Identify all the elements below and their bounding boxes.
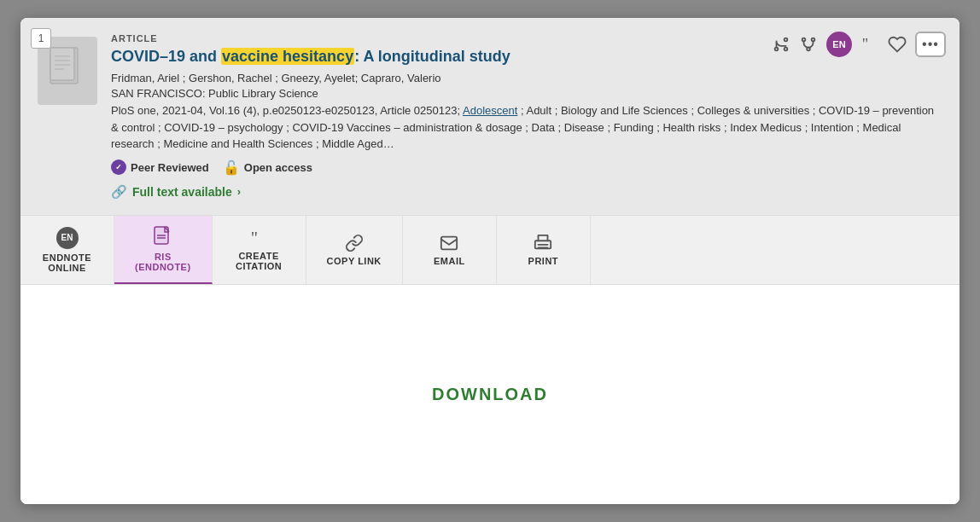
- tab-create-citation-label: CREATECITATION: [236, 251, 282, 271]
- svg-rect-17: [441, 237, 457, 250]
- title-plain: COVID–19 and: [111, 48, 221, 65]
- svg-point-1: [785, 38, 788, 42]
- ris-endnote-icon: [154, 226, 172, 248]
- article-content: ARTICLE COVID–19 and vaccine hesitancy: …: [38, 33, 942, 200]
- article-card: 1 EN: [20, 18, 960, 504]
- tab-ris-endnote[interactable]: RIS(ENDNOTE): [114, 216, 213, 284]
- tab-copy-link-label: COPY LINK: [327, 256, 382, 266]
- print-icon: [534, 234, 552, 252]
- branch-icon[interactable]: [799, 35, 818, 54]
- tab-create-citation[interactable]: " CREATECITATION: [213, 216, 306, 284]
- tab-print-label: PRINT: [528, 256, 559, 266]
- open-access-badge: 🔓 Open access: [223, 160, 312, 176]
- quote-toolbar-icon[interactable]: ": [860, 35, 879, 54]
- create-citation-icon: ": [249, 229, 268, 247]
- article-meta: ARTICLE COVID–19 and vaccine hesitancy: …: [111, 33, 942, 200]
- article-publisher: SAN FRANCISCO: Public Library Science: [111, 87, 942, 100]
- document-icon: [49, 46, 86, 96]
- article-top-section: 1 EN: [20, 18, 960, 215]
- fulltext-label: Full text available: [132, 185, 232, 199]
- open-access-label: Open access: [244, 161, 312, 174]
- svg-point-2: [785, 48, 788, 51]
- copy-link-icon: [345, 234, 364, 252]
- email-icon: [440, 234, 458, 252]
- adolescent-tag-link[interactable]: Adolescent: [463, 104, 517, 117]
- tab-email[interactable]: EMAIL: [403, 216, 497, 284]
- peer-reviewed-label: Peer Reviewed: [131, 161, 209, 174]
- endnote-online-icon: EN: [56, 227, 79, 249]
- download-button[interactable]: DOWNLOAD: [432, 385, 548, 404]
- tab-email-label: EMAIL: [434, 256, 465, 266]
- tab-endnote-online-label: ENDNOTEONLINE: [43, 252, 91, 273]
- tab-print[interactable]: PRINT: [497, 216, 591, 284]
- peer-reviewed-badge: ✓ Peer Reviewed: [111, 160, 209, 175]
- svg-text:": ": [862, 36, 868, 53]
- top-toolbar: EN " •••: [772, 32, 946, 57]
- fork-icon[interactable]: [772, 35, 790, 54]
- tab-endnote-online[interactable]: EN ENDNOTEONLINE: [20, 216, 114, 284]
- heart-toolbar-icon[interactable]: [888, 35, 907, 54]
- tab-ris-label: RIS(ENDNOTE): [135, 252, 191, 272]
- fulltext-link[interactable]: 🔗 Full text available ›: [111, 184, 942, 200]
- article-authors: Fridman, Ariel ; Gershon, Rachel ; Gneez…: [111, 72, 942, 84]
- bottom-section: EN ENDNOTEONLINE RIS(ENDNOTE): [20, 215, 960, 504]
- arrow-icon: ›: [237, 185, 241, 198]
- title-highlight: vaccine hesitancy: [221, 48, 354, 65]
- peer-reviewed-icon: ✓: [111, 160, 126, 175]
- title-rest: : A longitudinal study: [354, 48, 510, 65]
- tab-copy-link[interactable]: COPY LINK: [306, 216, 403, 284]
- download-area: DOWNLOAD: [20, 285, 960, 504]
- chain-icon: 🔗: [111, 184, 127, 200]
- svg-rect-8: [50, 48, 74, 80]
- badges-row: ✓ Peer Reviewed 🔓 Open access: [111, 160, 942, 176]
- en-toolbar-badge[interactable]: EN: [826, 32, 852, 57]
- open-access-icon: 🔓: [223, 160, 240, 176]
- article-tags: PloS one, 2021-04, Vol.16 (4), p.e025012…: [111, 102, 942, 153]
- more-button[interactable]: •••: [915, 32, 946, 57]
- citation-text: PloS one, 2021-04, Vol.16 (4), p.e025012…: [111, 104, 460, 117]
- tabs-row: EN ENDNOTEONLINE RIS(ENDNOTE): [20, 216, 960, 285]
- svg-text:": ": [251, 229, 258, 247]
